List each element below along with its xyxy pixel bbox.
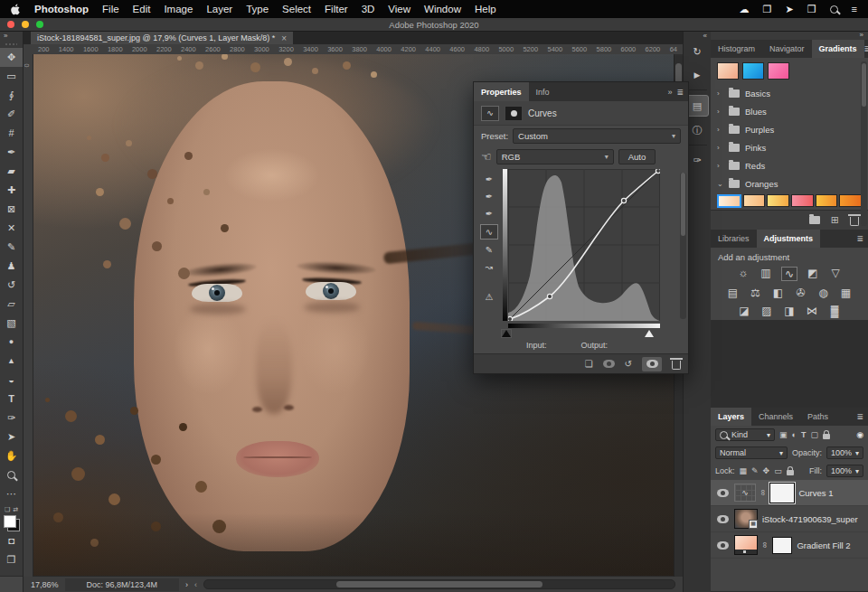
foreground-color-swatch[interactable]: [4, 515, 16, 528]
quick-mask-button[interactable]: ◘: [0, 531, 23, 550]
zoom-tool[interactable]: [0, 465, 23, 484]
image-layer-thumbnail[interactable]: ▦: [734, 509, 758, 529]
default-colors-icon[interactable]: ❏: [5, 506, 10, 513]
marquee-tool[interactable]: ▭: [0, 67, 23, 86]
healing-brush-tool[interactable]: ▰: [0, 162, 23, 181]
eyedropper-tool[interactable]: ✒: [0, 143, 23, 162]
gradient-group-basics[interactable]: › Basics: [711, 84, 868, 102]
tab-adjustments[interactable]: Adjustments: [757, 230, 821, 248]
edit-points-icon[interactable]: ∿: [480, 224, 498, 240]
spotlight-search-icon[interactable]: [830, 5, 838, 14]
tab-navigator[interactable]: Navigator: [762, 40, 812, 58]
gradient-group-purples[interactable]: › Purples: [711, 120, 868, 138]
zoom-level-field[interactable]: 17,86%: [31, 580, 59, 589]
color-balance-icon[interactable]: ⚖: [749, 287, 763, 299]
highlight-input-slider[interactable]: [645, 330, 654, 337]
pen-tool[interactable]: ✑: [0, 409, 23, 428]
targeted-adjustment-icon[interactable]: ☜: [481, 150, 492, 164]
new-gradient-button[interactable]: ⊞: [831, 214, 839, 226]
gradients-scrollbar[interactable]: [861, 61, 867, 226]
info-panel-icon[interactable]: ⓘ: [686, 120, 708, 140]
layer-visibility-eye[interactable]: [715, 515, 730, 523]
document-close-icon[interactable]: ×: [281, 33, 287, 43]
lock-artboard-icon[interactable]: ▭: [774, 466, 782, 475]
layer-visibility-eye[interactable]: [715, 489, 730, 497]
panel-menu-icon[interactable]: ≣: [856, 412, 863, 421]
tab-gradients[interactable]: Gradients: [812, 40, 864, 58]
tab-paths[interactable]: Paths: [800, 408, 835, 426]
curves-icon[interactable]: ∿: [781, 267, 797, 281]
gradients-scrollbar-thumb[interactable]: [862, 63, 866, 107]
dodge-tool[interactable]: ◒: [0, 371, 23, 390]
tab-libraries[interactable]: Libraries: [711, 230, 757, 248]
threshold-icon[interactable]: ◨: [782, 305, 797, 317]
reset-button[interactable]: ↺: [625, 359, 632, 369]
properties-scrollbar[interactable]: [680, 173, 686, 319]
gradient-swatch[interactable]: [743, 194, 766, 207]
cursor-icon[interactable]: ➤: [785, 4, 793, 15]
gradient-group-oranges[interactable]: ⌄ Oranges: [711, 174, 868, 193]
tab-histogram[interactable]: Histogram: [711, 40, 762, 58]
tools-grip[interactable]: [5, 43, 17, 45]
vertical-ruler[interactable]: 0: [24, 54, 33, 577]
filter-shape-icon[interactable]: ▢: [810, 430, 818, 439]
tab-layers[interactable]: Layers: [711, 408, 751, 426]
lock-position-icon[interactable]: ✥: [763, 466, 770, 475]
spot-healing-tool[interactable]: ✚: [0, 181, 23, 200]
panel-menu-icon[interactable]: ≣: [676, 88, 684, 97]
menu-edit[interactable]: Edit: [133, 4, 151, 14]
curves-adjustment-thumbnail[interactable]: ∿: [734, 484, 756, 502]
auto-button[interactable]: Auto: [618, 149, 656, 164]
sharpen-tool[interactable]: ▲: [0, 352, 23, 371]
clip-to-layer-button[interactable]: ❏: [585, 359, 593, 369]
white-point-eyedropper-icon[interactable]: ✒: [481, 207, 497, 221]
status-expand-icon[interactable]: ›: [185, 580, 188, 589]
photo-filter-icon[interactable]: ✇: [794, 287, 808, 299]
opacity-field[interactable]: 100% ▾: [826, 446, 863, 459]
posterize-icon[interactable]: ▨: [760, 305, 774, 317]
filter-type-icon[interactable]: T: [801, 430, 807, 439]
menu-view[interactable]: View: [388, 4, 410, 14]
edit-toolbar-button[interactable]: ⋯: [0, 484, 23, 503]
filter-image-icon[interactable]: ▣: [779, 430, 788, 439]
mask-badge-icon[interactable]: [505, 106, 523, 121]
scroll-left-arrow-icon[interactable]: ‹: [194, 580, 197, 589]
gradient-fill-thumbnail[interactable]: [734, 535, 758, 555]
recent-gradient-peach[interactable]: [717, 62, 739, 80]
menu-photoshop[interactable]: Photoshop: [34, 4, 89, 14]
layer-name[interactable]: iStock-471900639_super: [762, 514, 858, 524]
swap-colors-icon[interactable]: ⇄: [13, 506, 18, 513]
gradient-swatch[interactable]: [791, 194, 814, 207]
filter-pin-icon[interactable]: ◉: [856, 430, 863, 439]
black-white-icon[interactable]: ◧: [771, 287, 786, 299]
tool-presets-panel-icon[interactable]: ✑: [686, 150, 708, 170]
layer-name[interactable]: Curves 1: [798, 488, 833, 498]
control-center-icon[interactable]: ≡: [852, 4, 857, 14]
recent-gradient-pink[interactable]: [768, 62, 789, 80]
recent-gradient-cyan[interactable]: [742, 62, 764, 80]
layer-filter-kind-select[interactable]: Kind ▾: [715, 428, 775, 441]
screen-mirroring-icon[interactable]: ❐: [763, 4, 772, 15]
smooth-curve-icon[interactable]: ↝: [481, 260, 497, 274]
layer-mask-thumbnail[interactable]: [770, 484, 794, 503]
actions-panel-icon[interactable]: ▶: [686, 65, 708, 85]
screen-mode-button[interactable]: ❐: [0, 550, 23, 569]
color-lookup-icon[interactable]: ▦: [839, 287, 854, 299]
apple-logo-icon[interactable]: [11, 4, 21, 15]
document-size-info[interactable]: Doc: 96,8M/123,4M: [65, 578, 180, 591]
mask-link-icon[interactable]: ∞: [760, 542, 769, 548]
delete-adjustment-button[interactable]: [672, 361, 681, 370]
quick-selection-tool[interactable]: ✐: [0, 105, 23, 124]
slice-tool[interactable]: ✕: [0, 219, 23, 238]
tools-expand-icon[interactable]: »: [0, 32, 7, 40]
document-tab[interactable]: iStock-181894581_super.jpg @ 17,9% (Curv…: [31, 32, 293, 44]
layer-mask-thumbnail[interactable]: [772, 537, 792, 554]
new-group-button[interactable]: [809, 216, 820, 224]
gradient-group-reds[interactable]: › Reds: [711, 156, 868, 174]
lock-all-icon[interactable]: [787, 470, 794, 475]
gradient-group-pinks[interactable]: › Pinks: [711, 138, 868, 156]
selective-color-icon[interactable]: ⋈: [805, 305, 819, 317]
panel-menu-icon[interactable]: ≣: [856, 234, 863, 243]
menu-help[interactable]: Help: [475, 4, 496, 14]
curves-graph[interactable]: [508, 169, 660, 321]
